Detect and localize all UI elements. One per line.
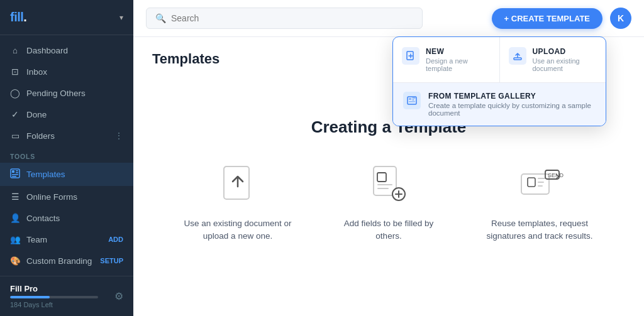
sidebar-item-inbox[interactable]: ⊡ Inbox [0,61,133,82]
folder-icon: ▭ [10,131,20,141]
svg-rect-2 [16,170,18,172]
sidebar-item-label: Inbox [26,67,123,77]
sidebar-item-label: Folders [26,131,108,141]
team-icon: 👥 [10,234,20,244]
svg-rect-3 [16,172,18,173]
sidebar-item-dashboard[interactable]: ⌂ Dashboard [0,40,133,61]
feature-card-upload: Use an existing document or upload a new… [181,162,294,243]
sidebar-item-done[interactable]: ✓ Done [0,104,133,125]
search-input[interactable] [171,13,413,23]
svg-rect-11 [224,166,249,199]
branding-setup-badge: SETUP [100,257,123,264]
dropdown-item-new-subtitle: Design a new template [426,57,491,72]
upload-icon [509,47,526,65]
gallery-icon [403,92,421,109]
home-icon: ⌂ [10,46,20,55]
create-template-dropdown: NEW Design a new template UPLOAD Use [392,36,606,126]
sidebar-item-online-forms[interactable]: ☰ Online Forms [0,186,133,207]
dropdown-item-new-text: NEW Design a new template [426,47,491,72]
sidebar-item-label: Custom Branding [26,256,94,266]
create-template-label: + CREATE TEMPLATE [504,14,590,23]
header-right: + CREATE TEMPLATE K [492,8,631,29]
create-template-button[interactable]: + CREATE TEMPLATE [492,8,602,29]
feature-card-fields-text: Add fields to be filled by others. [332,217,445,243]
search-icon: 🔍 [155,13,166,23]
svg-rect-5 [12,176,16,177]
check-icon: ✓ [10,109,20,119]
inbox-icon: ⊡ [10,67,20,77]
feature-card-reuse-text: Reuse templates, request signatures and … [483,217,596,243]
sidebar-item-label: Templates [26,170,123,179]
chevron-down-icon[interactable]: ▾ [119,13,123,22]
svg-rect-14 [377,184,392,185]
reuse-icon: SEND [519,162,560,207]
avatar: K [610,8,631,29]
forms-icon: ☰ [10,192,20,202]
branding-icon: 🎨 [10,256,20,266]
feature-cards: Use an existing document or upload a new… [152,162,625,243]
team-add-badge: ADD [108,236,123,243]
search-bar[interactable]: 🔍 [146,8,423,29]
dropdown-item-new-title: NEW [426,47,491,56]
gear-icon[interactable]: ⚙ [114,290,123,302]
feature-card-fields: Add fields to be filled by others. [332,162,445,243]
more-icon[interactable]: ⋮ [114,131,123,141]
template-info-section: Creating a Template Use an existing docu… [152,105,625,256]
dropdown-item-upload-text: UPLOAD Use an existing document [533,47,597,72]
add-fields-icon [369,162,409,207]
svg-rect-19 [538,178,545,179]
template-icon [10,168,20,180]
upload-doc-icon [218,162,258,207]
dropdown-item-upload-subtitle: Use an existing document [533,57,597,72]
footer-info: Fill Pro 184 Days Left [10,284,98,308]
sidebar-item-team[interactable]: 👥 Team ADD [0,229,133,250]
sidebar-item-pending[interactable]: ◯ Pending Others [0,82,133,104]
svg-rect-13 [377,173,386,182]
sidebar-item-label: Online Forms [26,192,123,202]
svg-rect-1 [12,170,14,173]
avatar-initial: K [618,13,624,23]
sidebar-item-folders[interactable]: ▭ Folders ⋮ [0,125,133,146]
contacts-icon: 👤 [10,213,20,223]
feature-card-upload-text: Use an existing document or upload a new… [181,217,294,243]
app-logo: fill. [10,10,26,25]
file-new-icon [402,47,419,65]
sidebar-item-label: Done [26,110,123,119]
feature-card-reuse: SEND Reuse templates, request signatures… [483,162,596,243]
sidebar-item-label: Pending Others [26,89,123,98]
dropdown-item-new[interactable]: NEW Design a new template [393,37,499,83]
main-header: 🔍 + CREATE TEMPLATE K [133,0,644,37]
sidebar-item-label: Dashboard [26,46,123,55]
dropdown-item-upload[interactable]: UPLOAD Use an existing document [500,37,606,83]
sidebar-item-custom-branding[interactable]: 🎨 Custom Branding SETUP [0,250,133,271]
svg-rect-7 [514,58,521,60]
dropdown-item-upload-title: UPLOAD [533,47,597,56]
sidebar: fill. ▾ ⌂ Dashboard ⊡ Inbox ◯ Pending Ot… [0,0,133,316]
dropdown-gallery-subtitle: Create a template quickly by customizing… [428,102,596,117]
sidebar-item-label: Team [26,235,102,244]
footer-progress-fill [10,296,50,298]
svg-rect-20 [538,182,544,183]
footer-plan-title: Fill Pro [10,284,98,293]
tools-section-label: TOOLS [0,146,133,163]
sidebar-item-label: Contacts [26,214,123,223]
svg-rect-4 [12,174,18,175]
sidebar-item-templates[interactable]: Templates [0,163,133,186]
footer-days-left: 184 Days Left [10,301,98,308]
footer-progress-bar [10,296,98,298]
sidebar-item-identity-verification[interactable]: 🪪 Identity Verification SETUP [0,271,133,276]
dropdown-item-gallery[interactable]: FROM TEMPLATE GALLERY Create a template … [393,83,606,126]
svg-text:SEND: SEND [548,172,564,178]
svg-rect-21 [538,185,543,187]
sidebar-footer: Fill Pro 184 Days Left ⚙ [0,276,133,316]
sidebar-navigation: ⌂ Dashboard ⊡ Inbox ◯ Pending Others ✓ D… [0,35,133,276]
svg-rect-15 [377,188,389,189]
main-content-area: 🔍 + CREATE TEMPLATE K [133,0,644,316]
sidebar-item-contacts[interactable]: 👤 Contacts [0,207,133,229]
dropdown-top-row: NEW Design a new template UPLOAD Use [393,37,606,83]
dropdown-item-gallery-text: FROM TEMPLATE GALLERY Create a template … [428,92,596,117]
dropdown-gallery-title: FROM TEMPLATE GALLERY [428,92,596,101]
svg-rect-10 [409,101,415,102]
svg-rect-18 [528,178,535,187]
sidebar-header: fill. ▾ [0,0,133,35]
